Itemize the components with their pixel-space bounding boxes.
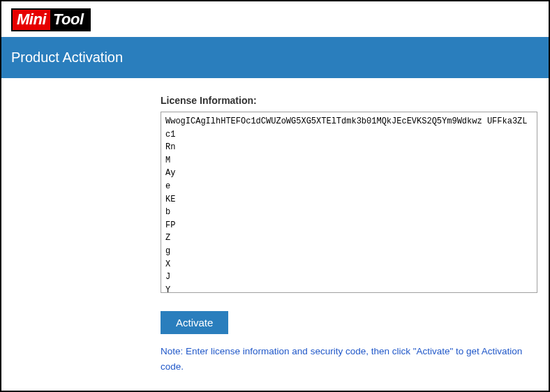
- license-info-textarea[interactable]: [161, 112, 537, 293]
- logo-part-tool: Tool: [50, 10, 89, 30]
- note-label: Note: [161, 346, 181, 356]
- page-title: Product Activation: [11, 50, 123, 65]
- logo-area: MiniTool: [1, 1, 549, 37]
- brand-logo: MiniTool: [11, 8, 91, 31]
- note-body: : Enter license information and security…: [161, 346, 522, 372]
- note-text: Note: Enter license information and secu…: [161, 344, 537, 374]
- logo-part-mini: Mini: [13, 10, 50, 30]
- page-header: Product Activation: [1, 37, 549, 78]
- main-content: License Information: Activate Note: Ente…: [1, 78, 549, 384]
- activate-button[interactable]: Activate: [161, 311, 228, 334]
- license-info-label: License Information:: [161, 95, 539, 106]
